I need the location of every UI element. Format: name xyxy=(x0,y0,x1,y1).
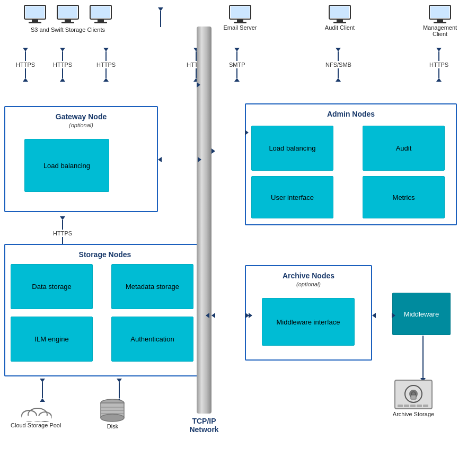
svg-rect-23 xyxy=(430,6,449,18)
gateway-node-subtitle: (optional) xyxy=(11,122,152,128)
middleware-interface-box: Middleware interface xyxy=(262,298,355,346)
archive-storage: Archive Storage xyxy=(392,379,435,417)
svg-rect-7 xyxy=(58,6,77,18)
svg-rect-43 xyxy=(423,405,428,407)
disk-icon xyxy=(98,398,127,423)
architecture-diagram: S3 and Swift Storage Clients Email Serve… xyxy=(0,0,476,474)
svg-rect-40 xyxy=(404,405,409,407)
https-proto-2: HTTPS xyxy=(53,48,72,82)
svg-rect-2 xyxy=(29,22,41,23)
audit-client-label: Audit Client xyxy=(325,24,355,31)
svg-rect-17 xyxy=(337,19,343,22)
admin-audit-box: Audit xyxy=(363,126,445,171)
storage-clients-group: S3 and Swift Storage Clients xyxy=(10,4,126,33)
pipe-to-admin-arrow xyxy=(211,130,249,135)
archive-storage-label: Archive Storage xyxy=(393,411,434,417)
archive-storage-icon xyxy=(392,379,435,411)
middleware-archive-storage-arrow xyxy=(420,336,426,382)
gateway-node-box: Gateway Node (optional) Load balancing xyxy=(4,106,158,212)
svg-rect-11 xyxy=(91,6,110,18)
cloud-storage-pool-label: Cloud Storage Pool xyxy=(11,422,61,428)
monitor-icon xyxy=(228,4,252,24)
cloud-storage-pool: Cloud Storage Pool xyxy=(11,401,61,428)
svg-rect-6 xyxy=(61,22,74,23)
archive-pipe-double-arrow xyxy=(211,313,252,318)
middleware-box: Middleware xyxy=(392,293,451,335)
management-client-label: ManagementClient xyxy=(423,24,457,37)
archive-nodes-title: Archive Nodes xyxy=(251,271,366,280)
svg-rect-14 xyxy=(234,22,246,23)
svg-rect-19 xyxy=(330,6,349,18)
audit-client-icon: Audit Client xyxy=(321,4,358,31)
svg-rect-41 xyxy=(410,405,416,407)
admin-nodes-box: Admin Nodes Load balancing Audit User in… xyxy=(245,103,457,225)
admin-nodes-title: Admin Nodes xyxy=(251,110,451,118)
storage-cloud-arrow xyxy=(40,379,45,402)
svg-point-31 xyxy=(101,414,124,422)
svg-rect-1 xyxy=(32,19,38,22)
nfs-smb-proto: NFS/SMB xyxy=(325,48,351,82)
svg-rect-18 xyxy=(333,22,346,23)
monitor-icon xyxy=(56,4,80,24)
archive-middleware-arrow xyxy=(372,313,395,318)
svg-rect-42 xyxy=(417,405,422,407)
metadata-storage-box: Metadata storage xyxy=(111,264,193,309)
ilm-engine-box: ILM engine xyxy=(11,317,93,362)
svg-rect-13 xyxy=(237,19,243,22)
svg-rect-21 xyxy=(437,19,443,22)
https-proto-mgmt: HTTPS xyxy=(429,48,448,82)
storage-nodes-title: Storage Nodes xyxy=(11,250,199,259)
svg-rect-10 xyxy=(94,22,107,23)
svg-rect-15 xyxy=(231,6,250,18)
gateway-node-title: Gateway Node xyxy=(11,112,152,121)
disk-label: Disk xyxy=(107,423,118,429)
email-server-label: Email Server xyxy=(224,24,257,31)
storage-nodes-box: Storage Nodes Data storage Metadata stor… xyxy=(4,244,206,376)
gateway-load-balancing-box: Load balancing xyxy=(24,139,109,192)
archive-nodes-box: Archive Nodes (optional) Middleware inte… xyxy=(245,265,372,361)
svg-rect-38 xyxy=(411,395,416,399)
svg-rect-39 xyxy=(398,405,403,407)
monitor-icon xyxy=(428,4,452,24)
tcp-ip-label: TCP/IP Network xyxy=(183,417,225,434)
smtp-proto: SMTP xyxy=(229,48,245,82)
disk-storage: Disk xyxy=(98,398,127,429)
client-to-pipe-arrow xyxy=(158,7,163,27)
https-proto-1: HTTPS xyxy=(16,48,35,82)
admin-metrics-box: Metrics xyxy=(363,176,445,218)
admin-load-balancing-box: Load balancing xyxy=(251,126,333,171)
storage-clients-label: S3 and Swift Storage Clients xyxy=(31,27,105,33)
pipe-admin-arrow xyxy=(211,148,249,154)
authentication-box: Authentication xyxy=(111,317,193,362)
https-proto-3: HTTPS xyxy=(96,48,116,82)
email-server-icon: Email Server xyxy=(222,4,259,31)
gateway-pipe-double-arrow xyxy=(158,157,201,162)
archive-nodes-subtitle: (optional) xyxy=(251,281,366,287)
admin-user-interface-box: User interface xyxy=(251,176,333,218)
monitor-icon xyxy=(328,4,351,24)
data-storage-box: Data storage xyxy=(11,264,93,309)
monitor-icon xyxy=(23,4,47,24)
svg-rect-5 xyxy=(65,19,71,22)
client-pipe-arrow xyxy=(129,82,200,87)
svg-rect-3 xyxy=(25,6,45,18)
monitor-icon xyxy=(89,4,112,24)
cloud-icon xyxy=(17,401,55,422)
svg-rect-9 xyxy=(98,19,104,22)
svg-rect-22 xyxy=(434,22,446,23)
management-client-icon: ManagementClient xyxy=(419,4,461,37)
